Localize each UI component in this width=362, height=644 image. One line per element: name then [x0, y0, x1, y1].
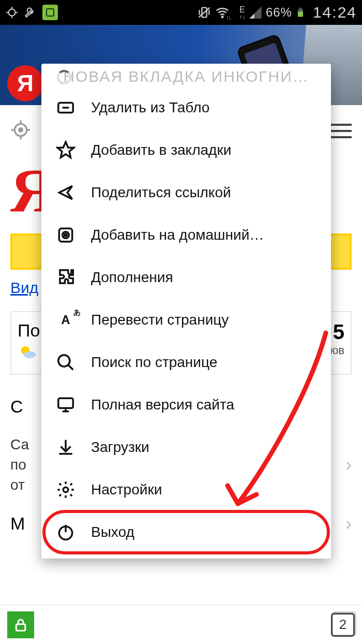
menu-item-share-link[interactable]: Поделиться ссылкой — [41, 171, 331, 214]
status-right: ↑↓ E ↑↓ 66% 14:24 — [197, 4, 357, 21]
svg-point-0 — [9, 9, 16, 16]
video-link[interactable]: Вид — [10, 279, 38, 296]
hamburger-icon[interactable] — [328, 124, 352, 138]
remove-square-icon — [56, 98, 76, 118]
menu-item-exit[interactable]: Выход — [41, 511, 331, 553]
signal-icon — [248, 5, 263, 20]
battery-percentage: 66% — [266, 5, 292, 20]
svg-rect-12 — [299, 8, 301, 9]
menu-item-desktop-site[interactable]: Полная версия сайта — [41, 384, 331, 426]
svg-point-20 — [24, 352, 36, 358]
menu-item-label: Полная версия сайта — [91, 397, 234, 413]
svg-point-14 — [19, 128, 23, 132]
menu-item-add-bookmark[interactable]: Добавить в закладки — [41, 129, 331, 171]
chevron-right-icon: › — [345, 454, 352, 476]
gear-icon — [56, 480, 76, 500]
vibrate-icon — [197, 5, 212, 20]
menu-item-label: Дополнения — [91, 269, 173, 286]
menu-item-label: Перевести страницу — [91, 312, 229, 328]
search-icon — [56, 353, 76, 372]
status-left — [5, 5, 58, 20]
menu-item-label: Поиск по странице — [91, 354, 217, 371]
chevron-right-icon: › — [345, 513, 352, 535]
menu-item-extensions[interactable]: Дополнения — [41, 256, 331, 299]
app-icon — [42, 5, 58, 20]
svg-line-27 — [68, 365, 73, 370]
target-icon — [5, 6, 19, 19]
svg-rect-11 — [298, 11, 303, 17]
browser-menu: НОВАЯ ВКЛАДКА ИНКОГНИ… Удалить из Табло … — [41, 64, 331, 559]
menu-item-label: Удалить из Табло — [91, 99, 209, 116]
svg-rect-36 — [16, 624, 25, 631]
locate-icon[interactable] — [10, 120, 31, 142]
clock: 14:24 — [313, 4, 357, 21]
download-icon — [56, 437, 76, 457]
svg-point-33 — [63, 487, 68, 492]
secure-lock-icon[interactable] — [7, 611, 34, 638]
status-bar: ↑↓ E ↑↓ 66% 14:24 — [0, 0, 362, 25]
menu-item-label: Поделиться ссылкой — [91, 184, 231, 201]
svg-point-9 — [222, 17, 223, 18]
menu-item-remove-tablo[interactable]: Удалить из Табло — [41, 86, 331, 129]
menu-item-truncated[interactable]: НОВАЯ ВКЛАДКА ИНКОГНИ… — [41, 64, 331, 86]
home-add-icon — [56, 225, 76, 245]
wrench-icon — [24, 6, 37, 19]
bottom-toolbar: 2 — [0, 605, 362, 644]
weather-icon — [18, 343, 38, 363]
svg-point-26 — [58, 355, 70, 367]
puzzle-icon — [56, 268, 76, 287]
svg-line-8 — [199, 8, 209, 18]
menu-item-translate[interactable]: Aあ Перевести страницу — [41, 299, 331, 341]
weather-title: По — [18, 320, 40, 341]
news-row-text: Са по от — [10, 434, 29, 495]
power-icon — [56, 522, 76, 542]
menu-item-find-in-page[interactable]: Поиск по странице — [41, 341, 331, 384]
network-type: E ↑↓ — [239, 6, 245, 20]
menu-item-settings[interactable]: Настройки — [41, 469, 331, 511]
menu-item-label: Добавить на домашний… — [91, 227, 264, 243]
menu-item-label: Настройки — [91, 481, 162, 498]
menu-item-add-home[interactable]: Добавить на домашний… — [41, 214, 331, 256]
menu-item-label: Добавить в закладки — [91, 142, 231, 158]
wifi-icon: ↑↓ — [215, 5, 236, 20]
tab-count-button[interactable]: 2 — [331, 613, 355, 637]
menu-item-downloads[interactable]: Загрузки — [41, 426, 331, 469]
menu-item-label: Загрузки — [91, 439, 149, 456]
yandex-logo-circle: Я — [7, 65, 43, 101]
star-icon — [56, 140, 76, 160]
monitor-icon — [56, 395, 76, 415]
menu-item-label: Выход — [91, 524, 134, 540]
share-icon — [56, 183, 76, 202]
weather-value: 5 юв — [330, 320, 344, 357]
translate-icon: Aあ — [56, 310, 76, 330]
loading-spinner-icon — [57, 70, 71, 84]
page-content: Я Вид По 5 юв С Са по от › М › НОВАЯ ВКЛ… — [0, 105, 362, 644]
svg-rect-28 — [58, 398, 73, 408]
battery-icon — [295, 4, 306, 21]
svg-point-25 — [65, 234, 67, 237]
